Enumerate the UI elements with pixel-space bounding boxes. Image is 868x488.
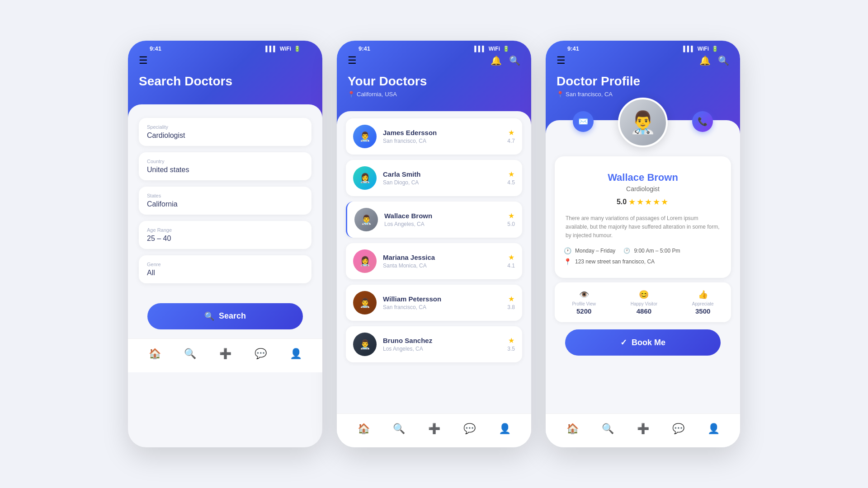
search-icon-3[interactable]: 🔍 <box>718 55 729 66</box>
signal-icon: ▌▌▌ <box>265 46 277 52</box>
nav-search-1[interactable]: 🔍 <box>182 346 198 361</box>
bell-icon-2[interactable]: 🔔 <box>491 55 502 66</box>
book-me-button[interactable]: ✓ Book Me <box>565 329 721 356</box>
thumbsup-icon: 👍 <box>692 290 714 300</box>
nav-add-1[interactable]: ➕ <box>217 346 233 361</box>
search-form: Speciality Cardiologist Country United s… <box>128 104 322 299</box>
nav-chat-1[interactable]: 💬 <box>253 346 269 361</box>
doctor-name-0: James Edersson <box>383 129 507 136</box>
doctor-location-5: Los Angeles, CA <box>383 346 507 352</box>
mail-button[interactable]: ✉️ <box>573 111 594 132</box>
nav-search-3[interactable]: 🔍 <box>600 421 616 436</box>
nav-home-1[interactable]: 🏠 <box>147 346 163 361</box>
doctor-location-4: San francisco, CA <box>383 304 507 310</box>
nav-profile-3[interactable]: 👤 <box>706 421 722 436</box>
stat-value-2: 3500 <box>692 307 714 315</box>
status-time-2: 9:41 <box>359 45 370 52</box>
profile-rating-num: 5.0 <box>617 198 627 206</box>
status-time-3: 9:41 <box>567 45 579 52</box>
doctor-info-3: Mariana Jessica Santa Monica, CA <box>383 253 507 269</box>
status-bar-2: 9:41 ▌▌▌ WiFi 🔋 <box>348 41 520 55</box>
screen3-location: 📍 San francisco, CA <box>557 91 729 98</box>
menu-icon-2[interactable]: ☰ <box>348 55 357 66</box>
search-button[interactable]: 🔍 Search <box>147 303 303 329</box>
nav-profile-2[interactable]: 👤 <box>497 421 513 436</box>
stat-value-0: 5200 <box>572 307 596 315</box>
nav-home-3[interactable]: 🏠 <box>565 421 580 436</box>
doctor-rating-1: ★ 4.5 <box>507 170 515 186</box>
menu-icon-1[interactable]: ☰ <box>139 55 148 66</box>
rating-num-3: 4.1 <box>507 263 515 269</box>
doctor-card-2[interactable]: 👨‍⚕️ Wallace Brown Los Angeles, CA ★ 5.0 <box>346 202 522 238</box>
stat-profile-view: 👁️ Profile View 5200 <box>572 290 596 315</box>
genre-field[interactable]: Genre All <box>139 255 311 283</box>
states-field[interactable]: States California <box>139 187 311 215</box>
stat-happy-visitor: 😊 Happy Visitor 4860 <box>631 290 657 315</box>
battery-icon-3: 🔋 <box>712 46 718 52</box>
status-bar-3: 9:41 ▌▌▌ WiFi 🔋 <box>557 41 729 55</box>
schedule-info: 🕐 Monday – Friday 🕐 9:00 Am – 5:00 Pm <box>564 247 722 254</box>
nav-add-3[interactable]: ➕ <box>635 421 651 436</box>
search-icon-2[interactable]: 🔍 <box>509 55 520 66</box>
star-2: ★ <box>508 211 514 220</box>
star-0: ★ <box>508 128 514 137</box>
address-info: 📍 123 new street san francisco, CA <box>564 258 722 265</box>
doctor-avatar-4: 👨‍⚕️ <box>353 291 377 314</box>
status-icons-1: ▌▌▌ WiFi 🔋 <box>265 46 301 52</box>
doctor-card-1[interactable]: 👩‍⚕️ Carla Smith San Diogo, CA ★ 4.5 <box>346 160 522 196</box>
age-range-value: 25 – 40 <box>147 235 303 243</box>
doctor-location-1: San Diogo, CA <box>383 179 507 186</box>
doctor-name-3: Mariana Jessica <box>383 253 507 261</box>
profile-bio: There are many variations of passages of… <box>564 214 722 240</box>
doctor-card-4[interactable]: 👨‍⚕️ William Petersson San francisco, CA… <box>346 285 522 321</box>
mail-icon: ✉️ <box>578 117 588 127</box>
speciality-field[interactable]: Speciality Cardiologist <box>139 118 311 146</box>
doctor-card-5[interactable]: 👨‍⚕️ Bruno Sanchez Los Angeles, CA ★ 3.5 <box>346 326 522 362</box>
nav-home-2[interactable]: 🏠 <box>356 421 372 436</box>
genre-label: Genre <box>147 262 303 267</box>
country-field[interactable]: Country United states <box>139 152 311 180</box>
doctors-list-container: 👨‍⚕️ James Edersson San francisco, CA ★ … <box>337 111 531 447</box>
wifi-icon-3: WiFi <box>698 46 709 52</box>
profile-stars: ★★★★★ <box>628 197 669 207</box>
speciality-label: Speciality <box>147 124 303 130</box>
star-1: ★ <box>508 170 514 178</box>
rating-num-4: 3.8 <box>507 304 515 310</box>
doctor-profile-photo: 👨‍⚕️ <box>618 98 668 147</box>
nav-chat-2[interactable]: 💬 <box>462 421 477 436</box>
age-range-label: Age Range <box>147 227 303 233</box>
bell-icon-3[interactable]: 🔔 <box>699 55 711 66</box>
signal-icon-2: ▌▌▌ <box>474 46 486 52</box>
country-label: Country <box>147 159 303 164</box>
genre-value: All <box>147 269 303 277</box>
doctor-avatar-5: 👨‍⚕️ <box>353 333 377 356</box>
screen2-location: 📍 California, USA <box>348 91 520 98</box>
bottom-nav-2: 🏠 🔍 ➕ 💬 👤 <box>337 413 531 447</box>
screen2-your-doctors: 9:41 ▌▌▌ WiFi 🔋 ☰ 🔔 🔍 Your Doctors 📍 Cal… <box>337 41 531 447</box>
stat-label-2: Appreciate <box>692 301 714 306</box>
doctor-name-4: William Petersson <box>383 295 507 303</box>
doctor-avatar-0: 👨‍⚕️ <box>353 125 377 148</box>
pin-icon: 📍 <box>564 258 571 265</box>
phone-button[interactable]: 📞 <box>692 111 713 132</box>
screen3-doctor-profile: 9:41 ▌▌▌ WiFi 🔋 ☰ 🔔 🔍 Doctor Profile 📍 S… <box>546 41 740 447</box>
doctor-card-3[interactable]: 👩‍⚕️ Mariana Jessica Santa Monica, CA ★ … <box>346 243 522 279</box>
doctor-info-0: James Edersson San francisco, CA <box>383 129 507 144</box>
check-icon: ✓ <box>620 338 627 347</box>
star-5: ★ <box>508 336 514 345</box>
screen3-title: Doctor Profile <box>557 74 729 89</box>
nav-search-2[interactable]: 🔍 <box>391 421 407 436</box>
header-nav-3: ☰ 🔔 🔍 <box>557 55 729 74</box>
nav-add-2[interactable]: ➕ <box>426 421 442 436</box>
doctor-info-1: Carla Smith San Diogo, CA <box>383 170 507 186</box>
menu-icon-3[interactable]: ☰ <box>557 55 566 66</box>
status-icons-3: ▌▌▌ WiFi 🔋 <box>683 46 718 52</box>
age-range-field[interactable]: Age Range 25 – 40 <box>139 221 311 249</box>
nav-profile-1[interactable]: 👤 <box>288 346 304 361</box>
doctor-location-0: San francisco, CA <box>383 138 507 144</box>
nav-chat-3[interactable]: 💬 <box>670 421 686 436</box>
rating-num-0: 4.7 <box>507 138 515 144</box>
stat-value-1: 4860 <box>631 307 657 315</box>
doctor-card-0[interactable]: 👨‍⚕️ James Edersson San francisco, CA ★ … <box>346 118 522 155</box>
address-text: 123 new street san francisco, CA <box>575 258 655 265</box>
